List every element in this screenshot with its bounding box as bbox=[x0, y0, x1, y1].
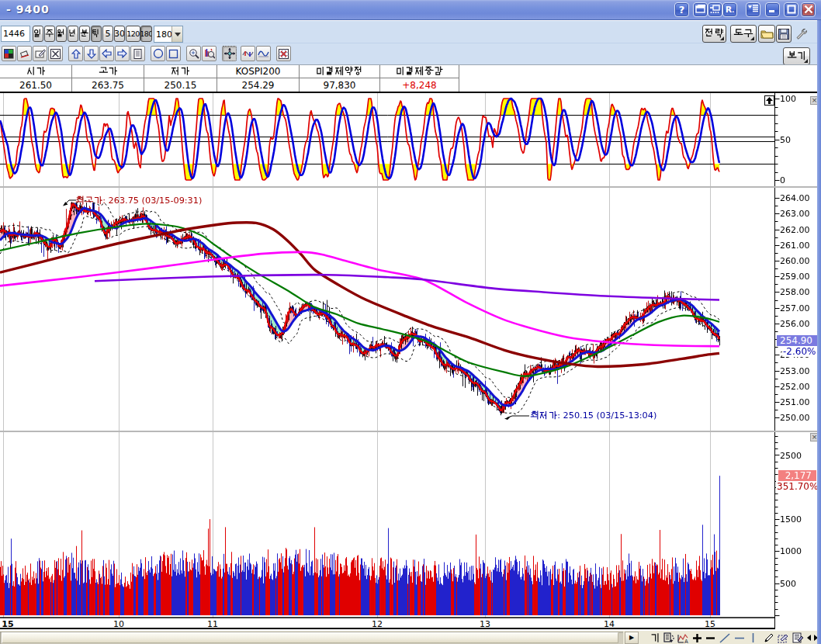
period-button-year[interactable] bbox=[68, 26, 78, 42]
period-button-120[interactable]: 120 bbox=[126, 26, 140, 42]
crosshair-icon[interactable] bbox=[222, 46, 237, 61]
arrow-left-icon[interactable] bbox=[99, 46, 114, 61]
zigzag-a-icon[interactable]: A bbox=[677, 632, 690, 644]
save-button[interactable] bbox=[776, 25, 792, 43]
price-tick-label: 259.00 bbox=[780, 272, 810, 282]
view-button[interactable] bbox=[783, 47, 810, 65]
dropdown-arrow-icon[interactable] bbox=[171, 26, 182, 42]
expand-panel-button[interactable] bbox=[764, 95, 774, 106]
wave-icon[interactable] bbox=[256, 46, 271, 61]
tools-button[interactable] bbox=[730, 25, 757, 43]
vert-line-icon[interactable] bbox=[747, 632, 760, 644]
minimize-button[interactable] bbox=[765, 2, 780, 17]
last-volume-badge: 2,177 bbox=[778, 470, 816, 481]
arrow-down-icon[interactable] bbox=[84, 46, 99, 61]
window-title: - 9400 bbox=[6, 3, 50, 16]
pencil-icon[interactable] bbox=[762, 632, 775, 644]
arrow-right-icon[interactable] bbox=[115, 46, 130, 61]
column-header: KOSPI200 bbox=[217, 65, 300, 78]
window-refresh-icon[interactable] bbox=[663, 632, 676, 644]
open-folder-button[interactable] bbox=[758, 25, 775, 43]
delete-box-icon[interactable] bbox=[48, 46, 63, 61]
window-button[interactable] bbox=[693, 2, 708, 17]
date-label: 12 bbox=[372, 619, 383, 629]
period-button-minute[interactable] bbox=[79, 26, 90, 42]
price-chart[interactable] bbox=[0, 188, 817, 431]
tick-count-value: 180 bbox=[156, 29, 172, 40]
list-button[interactable] bbox=[746, 2, 760, 17]
maximize-button[interactable] bbox=[784, 2, 798, 17]
oscillator-tick-label: 50 bbox=[780, 134, 791, 144]
column-value: 250.15 bbox=[144, 78, 217, 92]
column-value: 97,830 bbox=[300, 78, 380, 92]
price-tick-label: 264.00 bbox=[780, 193, 810, 203]
circle-icon[interactable] bbox=[151, 46, 165, 61]
horiz-line-icon[interactable] bbox=[733, 632, 746, 644]
wave-candle-icon[interactable] bbox=[241, 46, 255, 61]
strategy-button[interactable] bbox=[702, 25, 726, 43]
square-icon[interactable] bbox=[166, 46, 181, 61]
period-button-180[interactable]: 180 bbox=[140, 26, 152, 42]
volume-tick-label: 1000 bbox=[780, 546, 802, 556]
column-header bbox=[72, 65, 144, 78]
low-annotation-arrow-icon bbox=[502, 412, 530, 421]
scrollbar-thumb[interactable] bbox=[2, 632, 618, 643]
date-label: 15 bbox=[2, 619, 13, 629]
price-tick-label: 253.00 bbox=[780, 365, 810, 376]
edit-box-icon[interactable] bbox=[33, 46, 47, 61]
price-tick-label: 261.00 bbox=[780, 240, 810, 250]
help-button[interactable]: ? bbox=[674, 2, 689, 17]
price-tick-label: 257.00 bbox=[780, 303, 810, 313]
period-button-day[interactable] bbox=[33, 26, 43, 42]
chart-window: - 9400 ?R. 530120180 180 261.50263.75250… bbox=[0, 0, 821, 644]
column-header bbox=[380, 65, 459, 78]
price-tick-label: 260.00 bbox=[780, 256, 810, 266]
edit-region-icon[interactable] bbox=[777, 632, 790, 644]
palette-icon[interactable] bbox=[2, 46, 16, 61]
zoom-in-icon[interactable] bbox=[186, 46, 201, 61]
svg-text:: 250.15 (03/15-13:04): : 250.15 (03/15-13:04) bbox=[557, 410, 656, 421]
price-tick-label: 262.00 bbox=[780, 224, 810, 234]
pin-button[interactable] bbox=[708, 2, 722, 17]
period-button-week[interactable] bbox=[44, 26, 55, 42]
hangul-tool-icon[interactable] bbox=[649, 632, 662, 644]
toolbar-main: 530120180 180 bbox=[0, 21, 821, 43]
diag-line-icon[interactable] bbox=[718, 632, 731, 644]
oscillator-chart[interactable] bbox=[0, 93, 817, 186]
period-button-tick[interactable] bbox=[91, 26, 102, 42]
date-label: 15 bbox=[705, 619, 715, 629]
minus-icon[interactable] bbox=[704, 632, 717, 644]
interval-input[interactable] bbox=[1, 26, 30, 42]
settings-wrench-button[interactable] bbox=[793, 25, 809, 43]
zoom-data-icon[interactable] bbox=[202, 46, 217, 61]
period-button-30[interactable]: 30 bbox=[114, 26, 125, 42]
price-tick-label: 250.00 bbox=[780, 413, 810, 423]
arrow-up-icon[interactable] bbox=[68, 46, 83, 61]
tick-count-select[interactable]: 180 bbox=[154, 26, 183, 43]
note-edit-icon[interactable] bbox=[792, 632, 805, 644]
high-annotation: : 263.75 (03/15-09:31) bbox=[75, 195, 205, 206]
title-bar[interactable]: - 9400 ?R. bbox=[0, 0, 821, 20]
volume-chart[interactable] bbox=[0, 432, 817, 618]
horizontal-scrollbar[interactable] bbox=[0, 632, 623, 644]
period-button-5[interactable]: 5 bbox=[102, 26, 113, 42]
resource-button[interactable]: R. bbox=[722, 2, 737, 17]
svg-text:A: A bbox=[684, 638, 688, 643]
volume-tick-label: 1500 bbox=[780, 514, 802, 525]
grid-x-icon[interactable] bbox=[276, 46, 291, 61]
period-button-month[interactable] bbox=[56, 26, 67, 42]
date-axis: 15101112131415 bbox=[0, 618, 775, 629]
scroll-right-button[interactable]: ▶ bbox=[625, 632, 639, 644]
column-value: 263.75 bbox=[72, 78, 144, 92]
plus-icon[interactable] bbox=[691, 632, 704, 644]
volume-change-percent: 351.70% bbox=[776, 481, 816, 492]
price-tick-label: 258.00 bbox=[780, 287, 810, 297]
eraser-icon[interactable] bbox=[17, 46, 32, 61]
toolbar-icons bbox=[0, 43, 821, 64]
column-value: 254.29 bbox=[217, 78, 300, 92]
close-button[interactable] bbox=[801, 2, 816, 17]
date-label: 10 bbox=[113, 619, 124, 629]
date-label: 13 bbox=[480, 619, 490, 629]
column-header bbox=[0, 65, 72, 78]
page-icon[interactable] bbox=[130, 46, 145, 61]
